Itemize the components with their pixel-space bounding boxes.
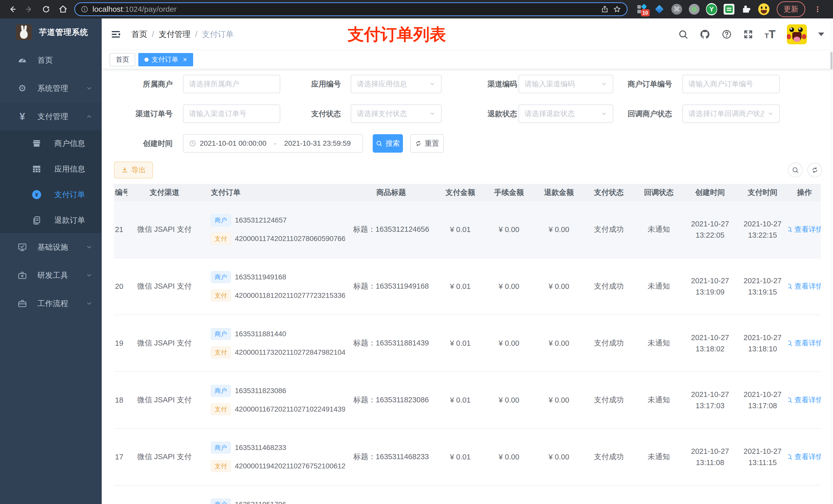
chevron-down-icon bbox=[767, 111, 774, 117]
sidebar-item-pay[interactable]: ¥ 支付管理 bbox=[0, 102, 102, 130]
view-detail-label: 查看详情 bbox=[794, 338, 821, 348]
notify-status-select[interactable] bbox=[682, 104, 780, 123]
caret-down-icon[interactable] bbox=[818, 32, 824, 36]
export-button[interactable]: 导出 bbox=[114, 162, 153, 178]
sidebar-item-system[interactable]: ⚙ 系统管理 bbox=[0, 74, 102, 102]
page-scrollbar[interactable] bbox=[830, 19, 833, 504]
forward-icon[interactable] bbox=[22, 2, 37, 16]
tab-home[interactable]: 首页 bbox=[110, 53, 135, 66]
breadcrumb-home[interactable]: 首页 bbox=[132, 29, 147, 40]
show-search-toggle-button[interactable] bbox=[788, 163, 803, 177]
command-icon[interactable]: ⌘ bbox=[671, 4, 682, 15]
filter-label-merchant: 所属商户 bbox=[108, 75, 173, 93]
col-header-fee: 手续金额 bbox=[483, 184, 534, 201]
product-title: 标题：1635311823086 bbox=[354, 395, 429, 405]
sidebar-item-infra[interactable]: 基础设施 bbox=[0, 233, 102, 261]
pay-status: 支付成功 bbox=[594, 338, 624, 348]
pay-order-no: 4200001173202110272847982104 bbox=[235, 348, 345, 357]
home-icon[interactable] bbox=[56, 2, 70, 16]
tab-close-icon[interactable]: × bbox=[183, 55, 187, 64]
view-detail-link[interactable]: 查看详情 bbox=[788, 282, 821, 291]
notify-status: 未通知 bbox=[648, 395, 670, 405]
merchant-order-no-input[interactable] bbox=[689, 80, 774, 88]
merchant-tag: 商户 bbox=[211, 214, 231, 226]
info-icon[interactable] bbox=[81, 5, 88, 13]
record-icon[interactable] bbox=[689, 4, 700, 15]
toolbox-icon bbox=[17, 270, 28, 280]
sidebar-item-app-info[interactable]: 应用信息 bbox=[0, 156, 102, 182]
search-icon[interactable] bbox=[678, 29, 688, 40]
channel-order-no-field[interactable] bbox=[183, 104, 280, 123]
puzzle-icon[interactable] bbox=[741, 4, 752, 15]
address-bar[interactable]: localhost:1024/pay/order bbox=[74, 2, 627, 16]
view-detail-link[interactable]: 查看详情 bbox=[788, 395, 821, 405]
kite-icon[interactable] bbox=[654, 4, 665, 15]
sidebar-item-workflow[interactable]: 工作流程 bbox=[0, 289, 102, 317]
avatar[interactable] bbox=[787, 24, 807, 44]
view-detail-link[interactable]: 查看详情 bbox=[788, 224, 821, 234]
app-select-input[interactable] bbox=[357, 80, 426, 88]
view-detail-link[interactable]: 查看详情 bbox=[788, 338, 821, 348]
date-range-picker[interactable]: 2021-10-01 00:00:00 - 2021-10-31 23:59:5… bbox=[183, 134, 363, 153]
date-end[interactable]: 2021-10-31 23:59:59 bbox=[284, 139, 351, 147]
refresh-table-button[interactable] bbox=[807, 163, 822, 177]
pay-date: 2021-10-27 bbox=[744, 332, 782, 343]
filter-form: 所属商户 应用编号 渠道编码 商户订单编号 bbox=[108, 75, 827, 153]
sidebar-item-home[interactable]: 首页 bbox=[0, 46, 102, 74]
url-text[interactable]: localhost:1024/pay/order bbox=[93, 5, 177, 14]
channel-order-no-input[interactable] bbox=[189, 110, 274, 118]
emoji-icon[interactable] bbox=[758, 4, 769, 15]
merchant-input[interactable] bbox=[189, 80, 274, 88]
refund-status-input[interactable] bbox=[525, 110, 597, 118]
back-icon[interactable] bbox=[5, 2, 20, 16]
pay-status-input[interactable] bbox=[357, 110, 426, 118]
reset-button[interactable]: 重置 bbox=[410, 134, 444, 153]
pay-tag: 支付 bbox=[211, 403, 231, 415]
share-icon[interactable] bbox=[601, 5, 609, 13]
merchant-order-no: 1635311949168 bbox=[235, 273, 286, 281]
pay-status-select[interactable] bbox=[351, 104, 442, 123]
question-icon[interactable] bbox=[721, 29, 732, 40]
search-button[interactable]: 搜索 bbox=[373, 134, 403, 153]
page-content: 所属商户 应用编号 渠道编码 商户订单编号 bbox=[102, 69, 833, 504]
sidebar-item-devtools[interactable]: 研发工具 bbox=[0, 261, 102, 289]
channel-code-input[interactable] bbox=[525, 80, 597, 88]
github-icon[interactable] bbox=[699, 29, 710, 40]
reload-icon[interactable] bbox=[39, 2, 53, 16]
table-toolbar: 导出 bbox=[108, 161, 827, 179]
y-icon[interactable]: Y bbox=[706, 4, 717, 15]
notify-status-input[interactable] bbox=[689, 110, 764, 118]
view-detail-link[interactable]: 查看详情 bbox=[788, 452, 821, 462]
menu-dots-icon[interactable] bbox=[810, 2, 825, 16]
breadcrumb-pay[interactable]: 支付管理 bbox=[159, 29, 191, 40]
tab-pay-order[interactable]: 支付订单 × bbox=[138, 53, 193, 66]
table-row: 20 微信 JSAPI 支付 商户 1635311949168 支付 42000… bbox=[114, 258, 821, 315]
browser-update-button[interactable]: 更新 bbox=[777, 1, 805, 17]
view-detail-label: 查看详情 bbox=[794, 452, 821, 462]
date-start[interactable]: 2021-10-01 00:00:00 bbox=[200, 139, 266, 147]
filter-label-notify-status: 回调商户状态 bbox=[592, 104, 672, 123]
chevron-down-icon bbox=[86, 272, 93, 279]
bookmark-star-icon[interactable] bbox=[613, 5, 621, 13]
table-header-row: 编号 支付渠道 支付订单 商品标题 支付金额 手续金额 退款金额 支付状态 回调… bbox=[114, 184, 821, 201]
merchant-order-no: 1635311951796 bbox=[235, 500, 286, 504]
refund-amount: ¥ 0.00 bbox=[549, 225, 569, 234]
create-time: 13:19:09 bbox=[696, 286, 724, 297]
sidebar-item-pay-order[interactable]: ¥ 支付订单 bbox=[0, 182, 102, 208]
sidebar-item-refund-order[interactable]: 退款订单 bbox=[0, 208, 102, 233]
merchant-select[interactable] bbox=[183, 75, 280, 93]
product-title: 标题：1635311881439 bbox=[354, 338, 429, 348]
merchant-order-no-field[interactable] bbox=[682, 75, 780, 93]
fee-amount: ¥ 0.00 bbox=[499, 282, 520, 291]
filter-label-channel-code: 渠道编码 bbox=[449, 75, 517, 93]
extension-badge-icon[interactable]: 10 bbox=[636, 4, 647, 15]
sidebar-item-merchant-info[interactable]: 商户信息 bbox=[0, 130, 102, 156]
sidebar-fold-icon[interactable] bbox=[111, 29, 121, 40]
fullscreen-icon[interactable] bbox=[743, 29, 753, 40]
order-id: 18 bbox=[115, 396, 123, 404]
chat-icon[interactable] bbox=[723, 4, 735, 15]
fontsize-icon[interactable]: TT bbox=[765, 28, 776, 41]
pay-time: 13:19:15 bbox=[748, 286, 777, 297]
order-id: 21 bbox=[115, 225, 123, 234]
app-select[interactable] bbox=[351, 75, 442, 93]
